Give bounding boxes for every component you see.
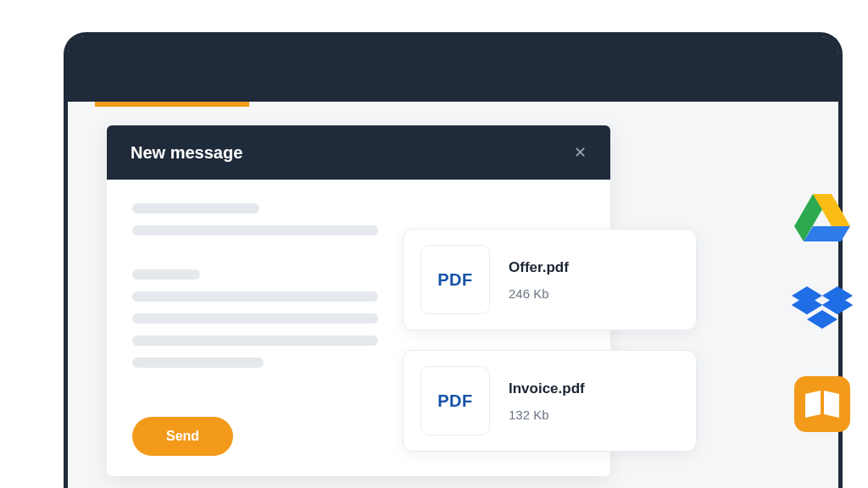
dropbox-icon[interactable] [792, 284, 853, 338]
attachment-card[interactable]: PDF Invoice.pdf 132 Kb [403, 350, 697, 452]
placeholder-line [132, 225, 378, 236]
placeholder-line [132, 203, 259, 214]
window-titlebar [68, 36, 838, 102]
close-icon[interactable]: ✕ [574, 145, 587, 160]
svg-marker-10 [807, 310, 837, 329]
placeholder-line [132, 269, 200, 280]
compose-title: New message [131, 143, 242, 163]
app-window: New message ✕ Send PDF Offer.pdf 246 Kb … [64, 32, 843, 488]
attachment-size: 132 Kb [509, 408, 585, 422]
send-button[interactable]: Send [132, 417, 233, 456]
attachment-name: Invoice.pdf [509, 380, 585, 397]
google-drive-icon[interactable] [792, 191, 853, 245]
compose-header: New message ✕ [107, 125, 610, 180]
pdf-icon: PDF [420, 366, 490, 435]
storage-services [792, 191, 853, 431]
attachment-card[interactable]: PDF Offer.pdf 246 Kb [403, 229, 697, 330]
placeholder-line [132, 291, 378, 302]
svg-marker-12 [824, 391, 839, 418]
placeholder-line [132, 313, 378, 324]
attachment-name: Offer.pdf [509, 259, 569, 276]
svg-marker-11 [805, 391, 821, 418]
placeholder-line [132, 336, 378, 346]
attachment-size: 246 Kb [509, 286, 569, 301]
flipsnack-icon[interactable] [792, 377, 853, 431]
attachment-info: Invoice.pdf 132 Kb [509, 380, 585, 422]
pdf-icon: PDF [420, 245, 490, 314]
active-tab-indicator [95, 102, 249, 107]
attachment-info: Offer.pdf 246 Kb [509, 259, 569, 301]
placeholder-line [132, 358, 264, 368]
